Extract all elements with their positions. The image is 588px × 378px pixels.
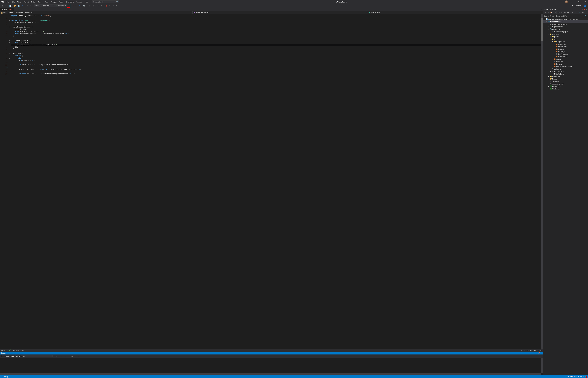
- bookmark-clear-button[interactable]: ✖: [115, 4, 119, 7]
- tree-item[interactable]: ▾🔧Properties: [543, 28, 588, 30]
- save-all-button[interactable]: 🗃: [21, 4, 24, 7]
- menu-file[interactable]: File: [5, 0, 10, 3]
- output-find-button[interactable]: ⇤: [56, 355, 59, 358]
- config-dropdown[interactable]: Debug▾: [34, 4, 42, 7]
- tree-item[interactable]: 🗎.gitignore: [543, 68, 588, 70]
- open-button[interactable]: 📂: [14, 4, 17, 7]
- editor-vscrollbar[interactable]: ▴ ▾: [541, 14, 543, 349]
- tree-item[interactable]: 📑Solution 'WebApplication4' (1 of 1 proj…: [543, 18, 588, 20]
- solution-tree[interactable]: 📑Solution 'WebApplication4' (1 of 1 proj…: [543, 18, 588, 375]
- panel-pin-icon[interactable]: 📌: [538, 352, 540, 354]
- bookmark-next-button[interactable]: ➡: [112, 4, 115, 7]
- sol-properties-button[interactable]: 🔧: [578, 11, 581, 14]
- output-next-button[interactable]: ⇢: [64, 355, 67, 358]
- new-item-button[interactable]: 📄▾: [9, 4, 12, 7]
- sol-showall-button[interactable]: 🗐: [567, 11, 570, 14]
- nav-member-dropdown[interactable]: incrementCounter▾: [193, 11, 368, 14]
- redo-button[interactable]: ↷: [29, 4, 32, 7]
- zoom-level[interactable]: 100 %: [1, 350, 5, 351]
- line-ending[interactable]: CRLF: [538, 350, 542, 351]
- code-editor[interactable]: 1234567891011121314151617181920212223242…: [0, 14, 543, 349]
- tree-item[interactable]: ◧NavMenu.js: [543, 55, 588, 58]
- bookmark-button[interactable]: 🔖: [105, 4, 108, 7]
- output-clear-button[interactable]: ✖≡: [70, 355, 74, 358]
- panel-menu-icon[interactable]: ▾: [582, 9, 583, 10]
- tree-item[interactable]: ▸◧App.js: [543, 58, 588, 60]
- undo-button[interactable]: ↶: [26, 4, 29, 7]
- document-tab[interactable]: Counter.js 📌 ✕: [0, 8, 13, 11]
- menu-analyze[interactable]: Analyze: [50, 0, 58, 3]
- tree-item[interactable]: ◧Counter.js: [543, 43, 588, 45]
- menu-edit[interactable]: Edit: [11, 0, 16, 3]
- tree-item[interactable]: ◧registerServiceWorker.js: [543, 65, 588, 68]
- browser-refresh-button[interactable]: ⟳: [78, 4, 81, 7]
- tree-item[interactable]: ◧Layout.js: [543, 50, 588, 53]
- menu-test[interactable]: Test: [44, 0, 49, 3]
- maximize-button[interactable]: ▢: [576, 0, 582, 4]
- tree-item[interactable]: ▸C#Startup.cs: [543, 88, 588, 90]
- tree-item[interactable]: ▸📁Controllers: [543, 75, 588, 78]
- toolbox-button[interactable]: ⊟: [88, 4, 91, 7]
- output-vscrollbar[interactable]: [541, 358, 543, 373]
- menu-tools[interactable]: Tools: [58, 0, 64, 3]
- platform-dropdown[interactable]: Any CPU▾: [42, 4, 55, 7]
- solution-titlebar[interactable]: Solution Explorer ▾ 📌 ✕: [543, 8, 588, 11]
- sol-switch-view-button[interactable]: 🗂▾: [553, 11, 556, 14]
- sol-fwd-button[interactable]: ▶: [547, 11, 550, 14]
- tab-close-icon[interactable]: ✕: [11, 9, 13, 11]
- tree-item[interactable]: ▸📁Pages: [543, 78, 588, 80]
- tree-item[interactable]: ▸📁public: [543, 35, 588, 38]
- feedback-icon[interactable]: 👤: [584, 5, 586, 7]
- bookmark-prev-button[interactable]: ⬅: [108, 4, 111, 7]
- menu-build[interactable]: Build: [30, 0, 36, 3]
- tree-item[interactable]: M↓README.md: [543, 73, 588, 75]
- tree-item[interactable]: ◧Home.js: [543, 48, 588, 50]
- panel-menu-icon[interactable]: ▾: [537, 352, 537, 354]
- sol-previewselected-button[interactable]: ▭: [582, 11, 585, 14]
- tree-item[interactable]: ▾📂src: [543, 38, 588, 40]
- quick-search[interactable]: Search (Ctrl+Q) 🔍: [92, 0, 119, 3]
- outdent-button[interactable]: ≡: [100, 4, 103, 7]
- nav-scope-dropdown[interactable]: WebApplication4 JavaScript Content Files…: [0, 11, 193, 14]
- sol-back-button[interactable]: ◀: [544, 11, 547, 14]
- tree-item[interactable]: ▾📂ClientApp: [543, 33, 588, 35]
- minimize-button[interactable]: ─: [570, 0, 575, 4]
- start-debug-dropdown[interactable]: ▾: [67, 4, 70, 8]
- sol-preview-button[interactable]: ◨: [574, 11, 577, 14]
- notifications-button[interactable]: 🔔1: [585, 376, 587, 378]
- panel-close-icon[interactable]: ✕: [541, 352, 542, 354]
- tree-item[interactable]: ◧FetchData.js: [543, 45, 588, 48]
- tree-item[interactable]: 🗎launchSettings.json: [543, 30, 588, 33]
- tree-item[interactable]: ▸🗎appsettings.json: [543, 83, 588, 85]
- whitespace-mode[interactable]: SPC: [533, 350, 536, 351]
- sol-collapse-button[interactable]: ⊟: [571, 11, 574, 14]
- nav-forward-button[interactable]: ▶: [4, 4, 7, 7]
- tree-item[interactable]: ⟳Connected Services: [543, 23, 588, 25]
- tree-item[interactable]: ▸🗎package.json: [543, 70, 588, 73]
- tree-item[interactable]: ▾🌐WebApplication4: [543, 20, 588, 23]
- sol-refresh-button[interactable]: 🗐: [563, 11, 566, 14]
- chevron-up-icon[interactable]: ▴: [583, 376, 584, 377]
- issues-text[interactable]: No issues found: [13, 350, 24, 351]
- fold-gutter[interactable]: ⊟⊟⊟⊟⊟⊟: [9, 14, 11, 349]
- pin-icon[interactable]: 📌: [9, 9, 11, 11]
- tree-item[interactable]: 🗎index.css: [543, 60, 588, 63]
- user-avatar[interactable]: [565, 0, 568, 3]
- start-debug-button[interactable]: ▶IIS Express: [55, 4, 67, 7]
- menu-view[interactable]: View: [16, 0, 22, 3]
- output-source-dropdown[interactable]: IntelliSense▾: [15, 355, 53, 357]
- sol-sync-button[interactable]: ⇆: [560, 11, 563, 14]
- output-text[interactable]: [0, 358, 543, 375]
- menu-help[interactable]: Help: [84, 0, 90, 3]
- tree-item[interactable]: 🗎NavMenu.css: [543, 53, 588, 55]
- tree-item[interactable]: ▸C#Program.cs: [543, 85, 588, 88]
- output-prev-button[interactable]: ⇠: [60, 355, 63, 358]
- add-source-control-button[interactable]: Add to Source Control: [567, 376, 582, 378]
- menu-extensions[interactable]: Extensions: [65, 0, 75, 3]
- tree-item[interactable]: ▾📂components: [543, 40, 588, 43]
- screenshot-button[interactable]: 📷: [82, 4, 86, 7]
- solution-search[interactable]: Search Solution Explorer (Ctrl+;) 🔍▾: [543, 14, 588, 18]
- save-button[interactable]: 💾: [17, 4, 20, 7]
- sol-pending-button[interactable]: ⎌▾: [557, 11, 560, 14]
- menu-project[interactable]: Project: [22, 0, 30, 3]
